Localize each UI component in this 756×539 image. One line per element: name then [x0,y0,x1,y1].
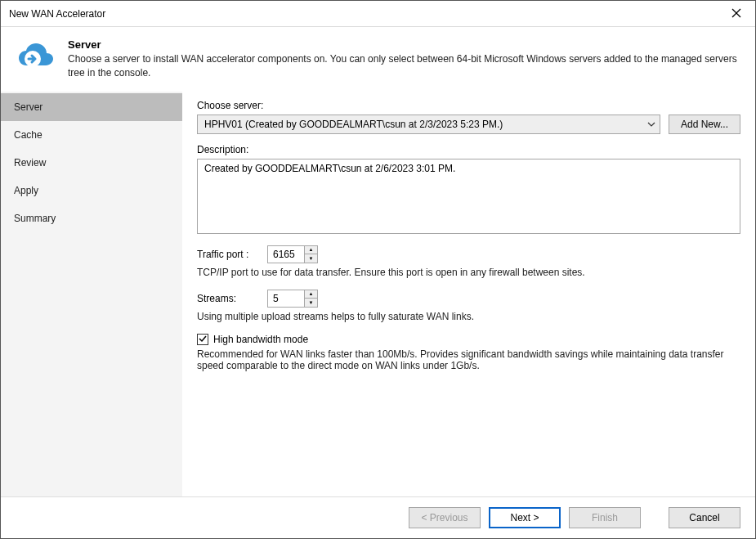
sidebar-item-server[interactable]: Server [1,93,182,121]
streams-label: Streams: [197,293,262,304]
triangle-up-icon: ▲ [309,247,314,252]
next-button[interactable]: Next > [489,507,561,528]
sidebar-item-label: Review [14,157,46,168]
previous-button[interactable]: < Previous [409,507,481,528]
finish-button[interactable]: Finish [569,507,641,528]
high-bandwidth-label: High bandwidth mode [213,334,308,345]
button-label: Add New... [681,119,728,130]
titlebar: New WAN Accelerator [1,1,755,27]
close-icon [731,7,741,20]
button-label: < Previous [421,512,467,523]
triangle-down-icon: ▼ [309,256,314,261]
wizard-footer: < Previous Next > Finish Cancel [1,496,755,538]
sidebar-item-label: Summary [14,213,56,224]
page-description: Choose a server to install WAN accelerat… [68,52,740,80]
traffic-port-label: Traffic port : [197,249,262,260]
wizard-body: Server Cache Review Apply Summary Choose… [1,92,755,496]
streams-input[interactable] [268,290,304,307]
sidebar-item-cache[interactable]: Cache [1,121,182,149]
spinner-down-button[interactable]: ▼ [305,254,317,263]
description-textarea[interactable]: Created by GOODDEALMART\csun at 2/6/2023… [197,159,740,234]
chevron-down-icon [647,119,655,128]
server-dropdown[interactable]: HPHV01 (Created by GOODDEALMART\csun at … [197,115,660,134]
wizard-steps-sidebar: Server Cache Review Apply Summary [1,92,182,496]
sidebar-item-review[interactable]: Review [1,149,182,177]
cancel-button[interactable]: Cancel [669,507,740,528]
server-dropdown-value: HPHV01 (Created by GOODDEALMART\csun at … [204,119,503,130]
sidebar-item-apply[interactable]: Apply [1,177,182,204]
button-label: Cancel [689,512,719,523]
page-title: Server [68,38,740,51]
spinner-up-button[interactable]: ▲ [305,246,317,255]
sidebar-item-label: Server [14,101,42,113]
high-bandwidth-hint: Recommended for WAN links faster than 10… [197,348,740,371]
window-title: New WAN Accelerator [9,8,105,20]
wizard-content: Choose server: HPHV01 (Created by GOODDE… [182,92,755,496]
check-icon [199,335,207,344]
sidebar-item-summary[interactable]: Summary [1,204,182,232]
description-label: Description: [197,144,740,155]
button-label: Next > [510,512,539,523]
triangle-up-icon: ▲ [309,291,314,296]
spinner-down-button[interactable]: ▼ [305,299,317,307]
sidebar-item-label: Apply [14,185,38,196]
traffic-port-spinner[interactable]: ▲ ▼ [267,245,318,263]
streams-spinner[interactable]: ▲ ▼ [267,290,318,308]
choose-server-label: Choose server: [197,100,740,111]
wizard-header: Server Choose a server to install WAN ac… [1,27,755,92]
traffic-port-input[interactable] [268,246,304,263]
header-text: Server Choose a server to install WAN ac… [68,38,740,80]
high-bandwidth-checkbox[interactable] [197,334,208,345]
button-label: Finish [592,512,618,523]
cloud-arrow-icon [16,38,56,76]
traffic-port-hint: TCP/IP port to use for data transfer. En… [197,267,740,278]
sidebar-item-label: Cache [14,129,42,141]
streams-hint: Using multiple upload streams helps to f… [197,311,740,322]
add-new-button[interactable]: Add New... [669,115,740,134]
triangle-down-icon: ▼ [309,300,314,305]
close-button[interactable] [718,2,755,26]
spinner-up-button[interactable]: ▲ [305,290,317,299]
